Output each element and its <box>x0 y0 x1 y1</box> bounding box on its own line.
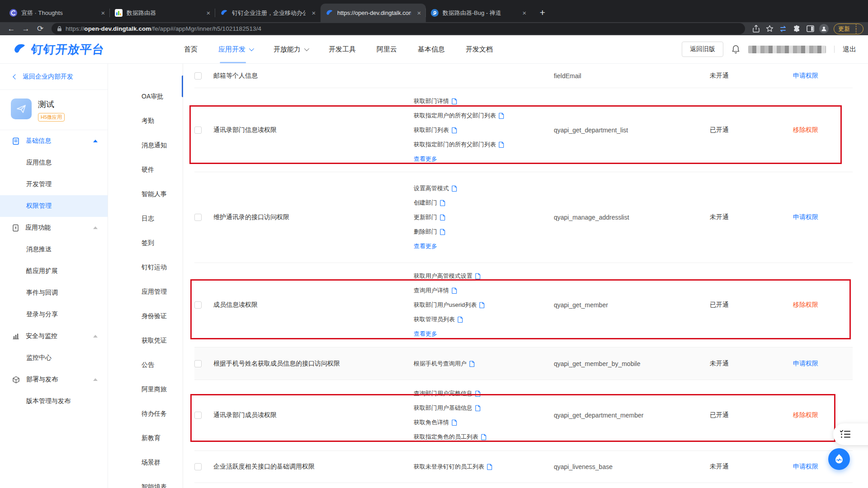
doc-link-icon[interactable] <box>440 200 445 206</box>
browser-tab[interactable]: 数据路由器-Bug - 禅道 × <box>426 4 531 22</box>
sidebar-group-security-monitor[interactable]: 安全与监控 <box>0 325 108 347</box>
category-item[interactable]: 待办任务 <box>108 401 183 426</box>
browser-tab[interactable]: 数据路由器 × <box>110 4 215 22</box>
category-item[interactable]: 硬件 <box>108 157 183 182</box>
doc-link-icon[interactable] <box>452 127 457 133</box>
tab-close-icon[interactable]: × <box>415 9 423 17</box>
row-checkbox[interactable] <box>194 214 202 221</box>
forward-button[interactable]: → <box>19 23 33 35</box>
apply-permission-link[interactable]: 申请权限 <box>793 213 818 221</box>
apply-permission-link[interactable]: 申请权限 <box>793 360 818 368</box>
tab-close-icon[interactable]: × <box>310 9 318 17</box>
category-item[interactable]: 签到 <box>108 230 183 255</box>
doc-link-icon[interactable] <box>440 229 445 235</box>
apply-permission-link[interactable]: 申请权限 <box>793 72 818 80</box>
doc-link-icon[interactable] <box>487 464 492 470</box>
reload-button[interactable]: ⟳ <box>33 23 47 35</box>
doc-link-icon[interactable] <box>475 273 481 279</box>
nav-app-dev[interactable]: 应用开发 <box>218 35 253 63</box>
sidebar-item-version-release[interactable]: 版本管理与发布 <box>0 390 108 412</box>
doc-link-icon[interactable] <box>499 113 504 119</box>
browser-tab-active[interactable]: https://open-dev.dingtalk.com/ × <box>321 4 426 22</box>
browser-tab[interactable]: 宜搭 · Thoughts × <box>5 4 110 22</box>
row-checkbox[interactable] <box>194 127 202 134</box>
category-item[interactable]: 考勤 <box>108 108 183 133</box>
category-item[interactable]: 公告 <box>108 352 183 377</box>
apply-permission-link[interactable]: 申请权限 <box>793 463 818 471</box>
category-item[interactable]: 消息通知 <box>108 133 183 157</box>
category-item[interactable]: 新教育 <box>108 426 183 450</box>
category-item[interactable]: 场景群 <box>108 450 183 474</box>
sidebar-item-login-share[interactable]: 登录与分享 <box>0 304 108 325</box>
new-tab-button[interactable]: + <box>537 7 548 18</box>
tab-close-icon[interactable]: × <box>99 9 107 17</box>
address-bar[interactable]: https://open-dev.dingtalk.com/fe/app#/ap… <box>52 23 745 34</box>
sidebar-item-app-info[interactable]: 应用信息 <box>0 152 108 174</box>
chrome-update-button[interactable]: 更新 ⋮⋮ <box>834 23 863 34</box>
account-name-blurred[interactable] <box>748 46 826 53</box>
see-more-link[interactable]: 查看更多 <box>414 327 554 341</box>
see-more-link[interactable]: 查看更多 <box>414 239 554 253</box>
nav-dev-tools[interactable]: 开发工具 <box>329 35 356 63</box>
tab-sync-extension-icon[interactable] <box>777 25 789 33</box>
tab-close-icon[interactable]: × <box>520 9 528 17</box>
row-checkbox[interactable] <box>194 412 202 419</box>
sidebar-item-permission-management[interactable]: 权限管理 <box>0 195 108 217</box>
doc-link-icon[interactable] <box>475 390 481 397</box>
doc-link-icon[interactable] <box>452 287 457 294</box>
row-checkbox[interactable] <box>194 72 202 80</box>
row-checkbox[interactable] <box>194 463 202 470</box>
nav-open-capability[interactable]: 开放能力 <box>274 35 308 63</box>
sidebar-group-basic-info[interactable]: 基础信息 <box>0 130 108 152</box>
doc-link-icon[interactable] <box>479 302 485 308</box>
category-item[interactable]: 智能人事 <box>108 182 183 206</box>
customer-service-fab[interactable] <box>828 448 850 470</box>
sidebar-item-events-callback[interactable]: 事件与回调 <box>0 282 108 304</box>
category-item[interactable]: 智能填表 <box>108 474 183 488</box>
nav-dev-docs[interactable]: 开发文档 <box>466 35 493 63</box>
nav-aliyun[interactable]: 阿里云 <box>377 35 397 63</box>
profile-avatar[interactable] <box>817 24 830 33</box>
remove-permission-link[interactable]: 移除权限 <box>793 126 818 134</box>
back-to-internal-dev-link[interactable]: 返回企业内部开发 <box>0 64 108 90</box>
sidebar-item-cool-app[interactable]: 酷应用扩展 <box>0 260 108 282</box>
doc-link-icon[interactable] <box>452 98 457 104</box>
back-button[interactable]: ← <box>5 23 18 35</box>
lock-icon[interactable] <box>57 26 62 32</box>
category-item[interactable]: 获取凭证 <box>108 328 183 352</box>
sidebar-group-deploy-release[interactable]: 部署与发布 <box>0 369 108 390</box>
logout-link[interactable]: 退出 <box>843 45 856 54</box>
doc-link-icon[interactable] <box>475 405 481 411</box>
category-item[interactable]: 钉钉运动 <box>108 255 183 279</box>
row-checkbox[interactable] <box>194 301 202 309</box>
doc-link-icon[interactable] <box>499 141 504 148</box>
dingtalk-open-platform-logo[interactable]: 钉钉开放平台 <box>12 42 104 57</box>
sidebar-item-monitor-center[interactable]: 监控中心 <box>0 347 108 369</box>
doc-link-icon[interactable] <box>469 361 475 367</box>
category-item[interactable]: 身份验证 <box>108 304 183 328</box>
category-item[interactable]: 阿里商旅 <box>108 377 183 401</box>
browser-tab[interactable]: 钉钉企业注册，企业移动办公，数 × <box>215 4 321 22</box>
notification-bell-icon[interactable] <box>731 45 740 54</box>
back-to-old-version-button[interactable]: 返回旧版 <box>682 42 723 57</box>
nav-basic-info[interactable]: 基本信息 <box>418 35 445 63</box>
nav-home[interactable]: 首页 <box>184 35 198 63</box>
remove-permission-link[interactable]: 移除权限 <box>793 301 818 309</box>
see-more-link[interactable]: 查看更多 <box>414 152 554 166</box>
doc-link-icon[interactable] <box>458 316 463 323</box>
sidebar-item-dev-management[interactable]: 开发管理 <box>0 174 108 195</box>
sidebar-group-app-features[interactable]: 应用功能 <box>0 217 108 239</box>
row-checkbox[interactable] <box>194 360 202 367</box>
extensions-puzzle-icon[interactable] <box>790 25 803 33</box>
share-icon[interactable] <box>750 25 762 33</box>
browser-menu-icon[interactable]: ⋮⋮ <box>853 24 859 33</box>
remove-permission-link[interactable]: 移除权限 <box>793 411 818 419</box>
category-item[interactable]: OA审批 <box>108 84 183 108</box>
doc-link-icon[interactable] <box>452 419 457 426</box>
doc-link-icon[interactable] <box>481 434 486 440</box>
side-panel-icon[interactable] <box>804 25 816 32</box>
tab-close-icon[interactable]: × <box>204 9 212 17</box>
category-item[interactable]: 应用管理 <box>108 279 183 304</box>
sidebar-item-message-push[interactable]: 消息推送 <box>0 239 108 260</box>
doc-link-icon[interactable] <box>452 185 457 192</box>
